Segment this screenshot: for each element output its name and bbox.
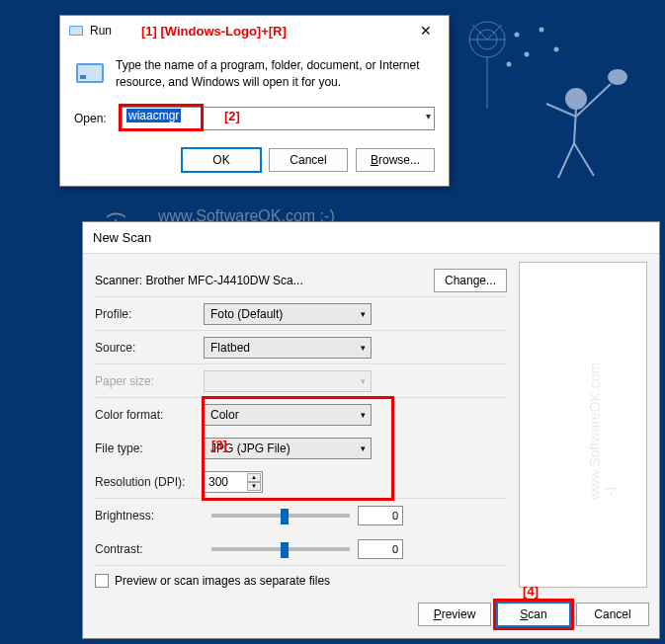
chevron-down-icon: ▾ — [361, 376, 366, 386]
open-input-value: wiaacmgr — [126, 109, 181, 122]
run-dialog: Run [1] [Windows-Logo]+[R] ✕ Type the na… — [59, 15, 450, 187]
chevron-down-icon: ▾ — [361, 309, 366, 319]
papersize-label: Paper size: — [95, 374, 204, 388]
ok-button[interactable]: OK — [182, 148, 261, 172]
run-icon — [68, 23, 84, 39]
svg-line-3 — [472, 25, 487, 40]
scanner-label: Scanner: Brother MFC-J4410DW Sca... — [95, 274, 303, 287]
run-titlebar: Run [1] [Windows-Logo]+[R] ✕ — [60, 16, 449, 45]
scan-title: New Scan — [83, 222, 659, 254]
spin-down-icon[interactable]: ▼ — [247, 482, 261, 491]
svg-point-15 — [526, 53, 529, 56]
spin-up-icon[interactable]: ▲ — [247, 473, 261, 482]
decorative-dandelion-image — [448, 10, 645, 227]
chevron-down-icon: ▾ — [361, 343, 366, 353]
svg-line-2 — [487, 25, 502, 40]
run-large-icon — [74, 57, 106, 89]
annotation-3: [3] — [211, 438, 227, 452]
filetype-select[interactable]: JPG (JPG File)▾ — [204, 438, 372, 459]
source-select[interactable]: Flatbed▾ — [204, 337, 372, 359]
open-combobox[interactable]: wiaacmgr ▾ — [122, 107, 435, 130]
svg-line-12 — [576, 84, 611, 117]
brightness-label: Brightness: — [95, 509, 204, 523]
close-button[interactable]: ✕ — [411, 21, 441, 40]
contrast-value[interactable]: 0 — [358, 539, 403, 559]
colorformat-label: Color format: — [95, 408, 204, 422]
chevron-down-icon: ▾ — [361, 410, 366, 420]
preview-separate-checkbox[interactable] — [95, 574, 109, 588]
annotation-4: [4] — [523, 584, 539, 599]
svg-line-10 — [574, 143, 594, 176]
svg-point-0 — [469, 22, 505, 57]
svg-rect-23 — [80, 75, 86, 79]
svg-line-11 — [546, 104, 576, 117]
svg-point-14 — [516, 34, 519, 37]
scan-button[interactable]: Scan — [497, 603, 570, 626]
annotation-1: [1] [Windows-Logo]+[R] — [141, 24, 287, 39]
contrast-label: Contrast: — [95, 542, 204, 556]
new-scan-dialog: New Scan Scanner: Brother MFC-J4410DW Sc… — [82, 221, 660, 639]
change-button[interactable]: Change... — [434, 269, 507, 292]
svg-line-8 — [574, 109, 576, 143]
filetype-label: File type: — [95, 442, 204, 455]
watermark-preview: www.SoftwareOK.com :-) — [587, 373, 619, 500]
profile-select[interactable]: Foto (Default)▾ — [204, 303, 372, 325]
resolution-spinbox[interactable]: 300▲▼ — [204, 471, 263, 493]
brightness-value[interactable]: 0 — [358, 506, 403, 525]
run-description: Type the name of a program, folder, docu… — [116, 57, 435, 91]
contrast-slider[interactable] — [211, 547, 350, 551]
svg-point-1 — [477, 30, 497, 49]
svg-point-18 — [508, 63, 511, 66]
resolution-label: Resolution (DPI): — [95, 475, 204, 489]
preview-button[interactable]: Preview — [418, 603, 491, 626]
chevron-down-icon[interactable]: ▾ — [426, 111, 431, 121]
svg-point-17 — [555, 48, 558, 51]
open-label: Open: — [74, 112, 112, 125]
scan-preview-pane: www.SoftwareOK.com :-) — [519, 262, 647, 588]
cancel-button[interactable]: Cancel — [269, 148, 348, 172]
preview-separate-label: Preview or scan images as separate files — [115, 574, 330, 588]
papersize-select: ▾ — [204, 370, 372, 392]
chevron-down-icon: ▾ — [361, 443, 366, 453]
browse-button[interactable]: Browse... — [356, 148, 435, 172]
scan-cancel-button[interactable]: Cancel — [576, 603, 649, 626]
run-title-text: Run — [90, 24, 112, 38]
colorformat-select[interactable]: Color▾ — [204, 404, 372, 426]
svg-point-16 — [540, 29, 543, 32]
source-label: Source: — [95, 341, 204, 355]
svg-point-7 — [566, 89, 586, 109]
svg-point-13 — [609, 70, 626, 84]
brightness-slider[interactable] — [211, 514, 350, 518]
profile-label: Profile: — [95, 307, 204, 321]
svg-line-9 — [558, 143, 574, 178]
svg-rect-20 — [70, 27, 82, 35]
